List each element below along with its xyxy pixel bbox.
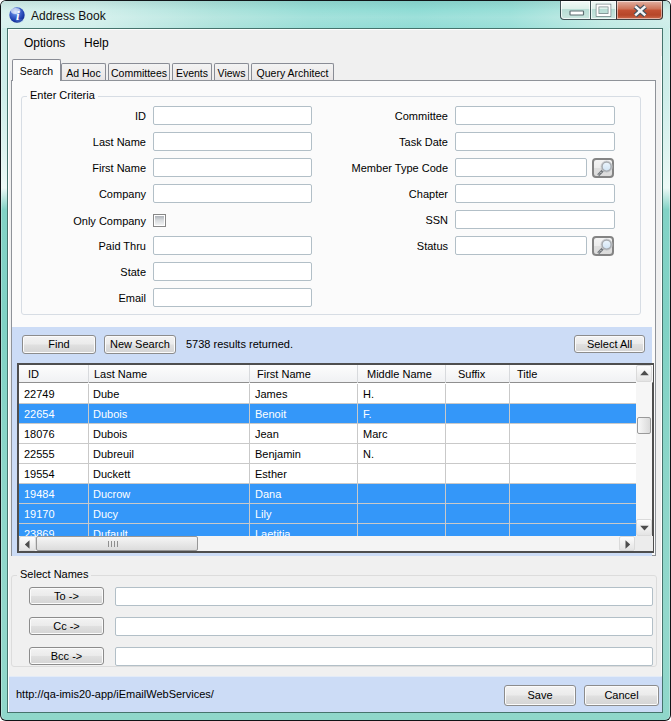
svg-text:i: i [16, 9, 20, 23]
